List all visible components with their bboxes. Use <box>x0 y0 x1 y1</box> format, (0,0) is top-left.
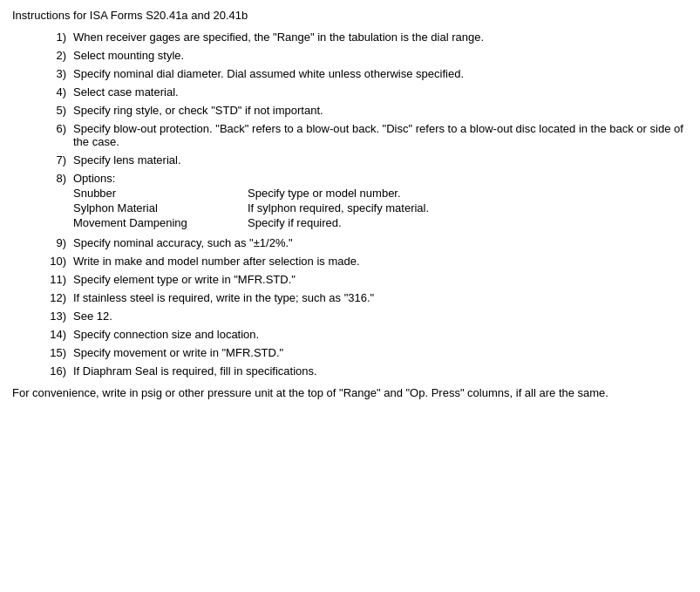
item-content: Specify movement or write in "MFR.STD." <box>73 346 688 359</box>
item-number: 8) <box>38 172 73 185</box>
item-number: 13) <box>38 310 73 323</box>
list-item: 15)Specify movement or write in "MFR.STD… <box>38 346 688 359</box>
item-content: When receiver gages are specified, the "… <box>73 31 688 44</box>
item-number: 4) <box>38 85 73 99</box>
option-label: Movement Dampening <box>73 216 248 229</box>
list-item: 1)When receiver gages are specified, the… <box>38 31 688 44</box>
item-number: 5) <box>38 104 73 117</box>
item-number: 10) <box>38 255 73 268</box>
item-number: 12) <box>38 291 73 304</box>
option-label: Snubber <box>73 187 248 200</box>
item-content: Options:SnubberSpecify type or model num… <box>73 172 688 231</box>
item-content: Specify blow-out protection. "Back" refe… <box>73 122 688 148</box>
page-footer: For convenience, write in psig or other … <box>12 386 688 399</box>
item-content: Specify nominal accuracy, such as "±1/2%… <box>73 236 688 249</box>
item-content: Specify connection size and location. <box>73 328 688 341</box>
list-item: 16)If Diaphram Seal is required, fill in… <box>38 364 688 378</box>
option-desc: Specify type or model number. <box>248 187 688 200</box>
list-item: 11)Specify element type or write in "MFR… <box>38 273 688 286</box>
list-container: 1)When receiver gages are specified, the… <box>38 31 688 378</box>
list-item: 8)Options:SnubberSpecify type or model n… <box>38 172 688 231</box>
list-item: 10)Write in make and model number after … <box>38 255 688 268</box>
item-content: If stainless steel is required, write in… <box>73 291 688 304</box>
list-item: 6)Specify blow-out protection. "Back" re… <box>38 122 688 148</box>
item-content: If Diaphram Seal is required, fill in sp… <box>73 364 688 378</box>
item-content: Specify ring style, or check "STD" if no… <box>73 104 688 117</box>
list-item: 13)See 12. <box>38 310 688 323</box>
item-content: Select mounting style. <box>73 49 688 62</box>
option-row: SnubberSpecify type or model number. <box>73 187 688 200</box>
item-number: 7) <box>38 153 73 167</box>
options-table: SnubberSpecify type or model number.Sylp… <box>73 187 688 229</box>
item-content: Specify element type or write in "MFR.ST… <box>73 273 688 286</box>
item-number: 9) <box>38 236 73 249</box>
item-content: See 12. <box>73 310 688 323</box>
item-number: 6) <box>38 122 73 135</box>
list-item: 3)Specify nominal dial diameter. Dial as… <box>38 67 688 80</box>
item-number: 15) <box>38 346 73 359</box>
item-content: Specify nominal dial diameter. Dial assu… <box>73 67 688 80</box>
item-number: 1) <box>38 31 73 44</box>
item-number: 2) <box>38 49 73 62</box>
item-content: Specify lens material. <box>73 153 688 167</box>
list-item: 2)Select mounting style. <box>38 49 688 62</box>
item-number: 3) <box>38 67 73 80</box>
instructions-list: 1)When receiver gages are specified, the… <box>38 31 688 378</box>
list-item: 12)If stainless steel is required, write… <box>38 291 688 304</box>
page-header: Instructions for ISA Forms S20.41a and 2… <box>12 9 688 22</box>
item-number: 14) <box>38 328 73 341</box>
item-number: 16) <box>38 364 73 378</box>
list-item: 5)Specify ring style, or check "STD" if … <box>38 104 688 117</box>
list-item: 9)Specify nominal accuracy, such as "±1/… <box>38 236 688 249</box>
option-desc: Specify if required. <box>248 216 688 229</box>
list-item: 4)Select case material. <box>38 85 688 99</box>
option-desc: If sylphon required, specify material. <box>248 201 688 214</box>
list-item: 7)Specify lens material. <box>38 153 688 167</box>
list-item: 14)Specify connection size and location. <box>38 328 688 341</box>
option-row: Sylphon MaterialIf sylphon required, spe… <box>73 201 688 214</box>
item-content: Select case material. <box>73 85 688 99</box>
page-title: Instructions for ISA Forms S20.41a and 2… <box>12 9 248 22</box>
option-row: Movement DampeningSpecify if required. <box>73 216 688 229</box>
item-content: Write in make and model number after sel… <box>73 255 688 268</box>
footer-text: For convenience, write in psig or other … <box>12 386 608 399</box>
option-label: Sylphon Material <box>73 201 248 214</box>
item-number: 11) <box>38 273 73 286</box>
